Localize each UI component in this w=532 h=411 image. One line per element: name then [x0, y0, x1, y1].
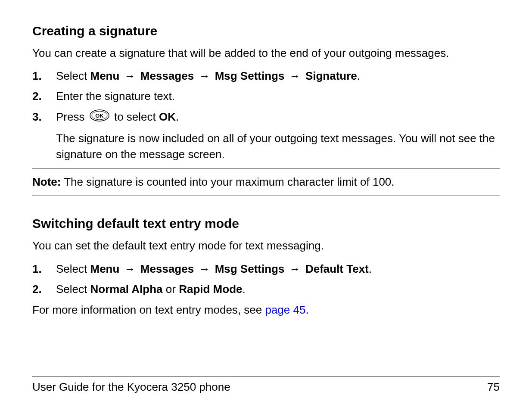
step-number: 2. [32, 282, 56, 297]
step-3-signature: 3. Press OK to select OK. [32, 109, 500, 126]
normal-alpha-label: Normal Alpha [90, 283, 163, 296]
more-info-prefix: For more information on text entry modes… [32, 303, 265, 316]
step-content: Select Menu → Messages → Msg Settings → … [56, 68, 500, 84]
text-select: Select [56, 283, 90, 296]
page-link[interactable]: page 45 [265, 303, 305, 316]
period: . [305, 303, 308, 316]
period: . [176, 110, 179, 123]
rapid-mode-label: Rapid Mode [179, 283, 242, 296]
page-footer: User Guide for the Kyocera 3250 phone 75 [32, 377, 500, 394]
messages-label: Messages [140, 262, 194, 275]
text-or: or [163, 283, 179, 296]
arrow-icon: → [124, 69, 136, 82]
intro-switching: You can set the default text entry mode … [32, 238, 500, 253]
more-info-text: For more information on text entry modes… [32, 302, 500, 318]
text-select: Select [56, 262, 90, 275]
step-content: Press OK to select OK. [56, 109, 500, 126]
step-number: 1. [32, 262, 56, 277]
text-select: Select [56, 69, 90, 82]
menu-label: Menu [90, 69, 120, 82]
text-to-select: to select [111, 110, 159, 123]
step-number: 2. [32, 89, 56, 104]
footer-guide-title: User Guide for the Kyocera 3250 phone [32, 380, 230, 394]
period: . [369, 262, 372, 275]
messages-label: Messages [140, 69, 194, 82]
heading-switching-mode: Switching default text entry mode [32, 216, 500, 231]
note-text: The signature is counted into your maxim… [61, 175, 394, 188]
step-3-subtext: The signature is now included on all of … [56, 131, 500, 162]
step-content: Enter the signature text. [56, 89, 500, 104]
signature-label: Signature [305, 69, 357, 82]
footer-page-number: 75 [487, 380, 500, 394]
step-number: 1. [32, 68, 56, 84]
step-2-switching: 2. Select Normal Alpha or Rapid Mode. [32, 282, 500, 297]
menu-label: Menu [90, 262, 120, 275]
svg-text:OK: OK [95, 112, 104, 119]
period: . [242, 283, 245, 296]
step-content: Select Normal Alpha or Rapid Mode. [56, 282, 500, 297]
text-press: Press [56, 110, 88, 123]
intro-signature: You can create a signature that will be … [32, 45, 500, 61]
msg-settings-label: Msg Settings [215, 69, 285, 82]
arrow-icon: → [124, 262, 136, 275]
heading-creating-signature: Creating a signature [32, 24, 500, 38]
step-1-signature: 1. Select Menu → Messages → Msg Settings… [32, 68, 500, 84]
arrow-icon: → [199, 69, 210, 82]
default-text-label: Default Text [305, 262, 369, 275]
arrow-icon: → [199, 262, 210, 275]
ok-label: OK [159, 110, 176, 123]
msg-settings-label: Msg Settings [215, 262, 285, 275]
note-box: Note: The signature is counted into your… [32, 168, 500, 196]
ok-button-icon: OK [90, 109, 109, 125]
note-label: Note: [32, 175, 61, 188]
step-content: Select Menu → Messages → Msg Settings → … [56, 262, 500, 277]
arrow-icon: → [289, 262, 301, 275]
period: . [357, 69, 360, 82]
step-1-switching: 1. Select Menu → Messages → Msg Settings… [32, 262, 500, 277]
arrow-icon: → [289, 69, 301, 82]
step-2-signature: 2. Enter the signature text. [32, 89, 500, 104]
step-number: 3. [32, 109, 56, 126]
